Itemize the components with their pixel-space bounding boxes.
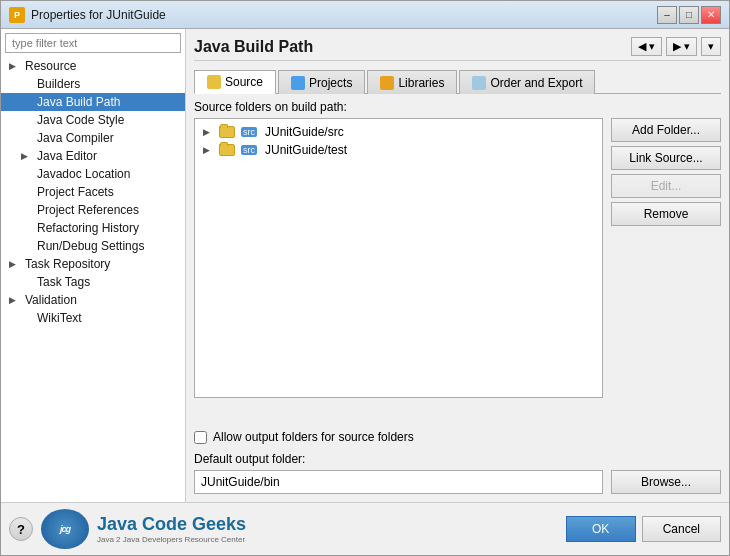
panel-title-row: Java Build Path ◀ ▾ ▶ ▾ ▾ (194, 37, 721, 61)
main-panel: Java Build Path ◀ ▾ ▶ ▾ ▾ SourceProjects… (186, 29, 729, 502)
projects-tab-label: Projects (309, 76, 352, 90)
tab-projects[interactable]: Projects (278, 70, 365, 94)
sidebar-item-javadoc-location[interactable]: Javadoc Location (1, 165, 185, 183)
sidebar-item-wikitext[interactable]: WikiText (1, 309, 185, 327)
window-icon: P (9, 7, 25, 23)
panel-title-text: Java Build Path (194, 38, 313, 56)
sidebar-item-label: Java Compiler (37, 131, 114, 145)
source-tree-area: ▶srcJUnitGuide/src▶srcJUnitGuide/test Ad… (194, 118, 721, 422)
sidebar-item-java-code-style[interactable]: Java Code Style (1, 111, 185, 129)
ok-button[interactable]: OK (566, 516, 636, 542)
sidebar-item-project-references[interactable]: Project References (1, 201, 185, 219)
output-folder-input[interactable] (194, 470, 603, 494)
sidebar-item-label: WikiText (37, 311, 82, 325)
output-folder-input-row: Browse... (194, 470, 721, 494)
logo-main-text: Java Code Geeks (97, 514, 246, 535)
window-title: Properties for JUnitGuide (31, 8, 166, 22)
sidebar-item-label: Java Build Path (37, 95, 120, 109)
source-folders-label: Source folders on build path: (194, 100, 721, 114)
sidebar-item-validation[interactable]: ▶Validation (1, 291, 185, 309)
sidebar-item-project-facets[interactable]: Project Facets (1, 183, 185, 201)
sidebar-item-label: Validation (25, 293, 77, 307)
source-item-label: JUnitGuide/src (265, 125, 344, 139)
order-and-export-tab-icon (472, 76, 486, 90)
close-button[interactable]: ✕ (701, 6, 721, 24)
sidebar-item-label: Java Code Style (37, 113, 124, 127)
source-tree-arrow-icon: ▶ (203, 145, 215, 155)
maximize-button[interactable]: □ (679, 6, 699, 24)
sidebar-item-java-build-path[interactable]: Java Build Path (1, 93, 185, 111)
sidebar-item-run-debug-settings[interactable]: Run/Debug Settings (1, 237, 185, 255)
sidebar-item-task-repository[interactable]: ▶Task Repository (1, 255, 185, 273)
src-badge: src (241, 145, 257, 155)
sidebar-item-refactoring-history[interactable]: Refactoring History (1, 219, 185, 237)
source-item-label: JUnitGuide/test (265, 143, 347, 157)
tab-bar: SourceProjectsLibrariesOrder and Export (194, 69, 721, 94)
source-tree-item-src[interactable]: ▶srcJUnitGuide/src (199, 123, 598, 141)
sidebar-item-label: Task Tags (37, 275, 90, 289)
bottom-bar: ? jcg Java Code Geeks Java 2 Java Develo… (1, 502, 729, 555)
title-bar-left: P Properties for JUnitGuide (9, 7, 166, 23)
sidebar-item-label: Javadoc Location (37, 167, 130, 181)
edit-button[interactable]: Edit... (611, 174, 721, 198)
output-folder-label: Default output folder: (194, 452, 721, 466)
sidebar-item-label: Run/Debug Settings (37, 239, 144, 253)
output-folder-row: Default output folder: Browse... (194, 452, 721, 494)
libraries-tab-icon (380, 76, 394, 90)
minimize-button[interactable]: – (657, 6, 677, 24)
sidebar-item-task-tags[interactable]: Task Tags (1, 273, 185, 291)
browse-button[interactable]: Browse... (611, 470, 721, 494)
tree-arrow-icon: ▶ (21, 151, 33, 161)
source-tab-label: Source (225, 75, 263, 89)
folder-icon (219, 144, 235, 156)
sidebar-item-label: Resource (25, 59, 76, 73)
title-buttons: – □ ✕ (657, 6, 721, 24)
allow-output-checkbox-row: Allow output folders for source folders (194, 430, 721, 444)
folder-icon (219, 126, 235, 138)
src-badge: src (241, 127, 257, 137)
sidebar-item-label: Project Facets (37, 185, 114, 199)
tab-order-and-export[interactable]: Order and Export (459, 70, 595, 94)
sidebar-item-builders[interactable]: Builders (1, 75, 185, 93)
properties-window: P Properties for JUnitGuide – □ ✕ ▶Resou… (0, 0, 730, 556)
sidebar-item-java-compiler[interactable]: Java Compiler (1, 129, 185, 147)
nav-dropdown-button[interactable]: ▾ (701, 37, 721, 56)
logo-sub-text: Java 2 Java Developers Resource Center (97, 535, 246, 544)
libraries-tab-label: Libraries (398, 76, 444, 90)
filter-input[interactable] (5, 33, 181, 53)
footer-left: ? jcg Java Code Geeks Java 2 Java Develo… (9, 509, 246, 549)
source-tree-item-test[interactable]: ▶srcJUnitGuide/test (199, 141, 598, 159)
logo-icon: jcg (41, 509, 89, 549)
allow-output-checkbox[interactable] (194, 431, 207, 444)
nav-back-button[interactable]: ◀ ▾ (631, 37, 662, 56)
allow-output-label: Allow output folders for source folders (213, 430, 414, 444)
add-folder-button[interactable]: Add Folder... (611, 118, 721, 142)
sidebar-item-label: Task Repository (25, 257, 110, 271)
sidebar-tree: ▶ResourceBuildersJava Build PathJava Cod… (1, 57, 185, 327)
logo-text-block: Java Code Geeks Java 2 Java Developers R… (97, 514, 246, 544)
sidebar-item-label: Refactoring History (37, 221, 139, 235)
footer-logo: jcg Java Code Geeks Java 2 Java Develope… (41, 509, 246, 549)
content-area: ▶ResourceBuildersJava Build PathJava Cod… (1, 29, 729, 502)
order-and-export-tab-label: Order and Export (490, 76, 582, 90)
tab-source[interactable]: Source (194, 70, 276, 94)
tree-arrow-icon: ▶ (9, 61, 21, 71)
panel-content: Source folders on build path: ▶srcJUnitG… (194, 100, 721, 494)
tree-arrow-icon: ▶ (9, 259, 21, 269)
sidebar-item-resource[interactable]: ▶Resource (1, 57, 185, 75)
remove-button[interactable]: Remove (611, 202, 721, 226)
projects-tab-icon (291, 76, 305, 90)
nav-forward-button[interactable]: ▶ ▾ (666, 37, 697, 56)
sidebar-item-label: Project References (37, 203, 139, 217)
panel-nav: ◀ ▾ ▶ ▾ ▾ (631, 37, 721, 56)
tab-libraries[interactable]: Libraries (367, 70, 457, 94)
sidebar: ▶ResourceBuildersJava Build PathJava Cod… (1, 29, 186, 502)
link-source-button[interactable]: Link Source... (611, 146, 721, 170)
cancel-button[interactable]: Cancel (642, 516, 721, 542)
dialog-buttons: OK Cancel (566, 516, 721, 542)
help-button[interactable]: ? (9, 517, 33, 541)
tree-arrow-icon: ▶ (9, 295, 21, 305)
title-bar: P Properties for JUnitGuide – □ ✕ (1, 1, 729, 29)
sidebar-item-java-editor[interactable]: ▶Java Editor (1, 147, 185, 165)
sidebar-item-label: Builders (37, 77, 80, 91)
